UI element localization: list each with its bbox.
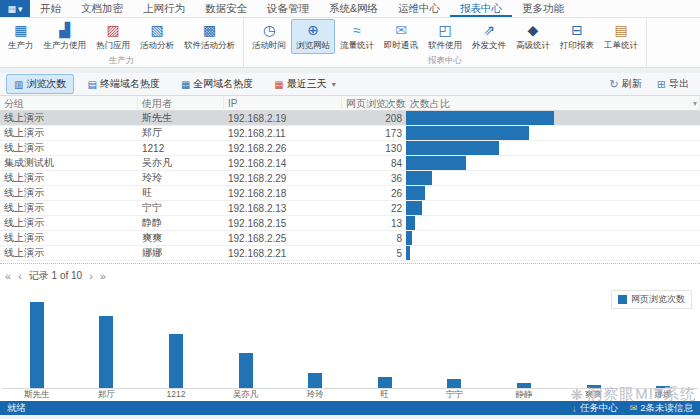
next-page-button[interactable]: › (89, 270, 93, 282)
tab-4[interactable]: 设备管理 (257, 0, 319, 17)
ribbon-button-1-6[interactable]: ◆高级统计 (511, 19, 555, 54)
tab-2[interactable]: 上网行为 (133, 0, 195, 17)
ribbon-button-label: 外发文件 (472, 40, 506, 52)
cell-count: 84 (342, 158, 406, 169)
ribbon-button-1-7[interactable]: ⊟打印报表 (555, 19, 599, 54)
cell-ip: 192.168.2.15 (224, 218, 342, 229)
column-header-4[interactable]: 次数占比 (406, 96, 700, 111)
app-menu-button[interactable]: ▦▾ (0, 0, 30, 17)
cell-user: 吴亦凡 (138, 156, 224, 170)
ticket-stats-icon: ▤ (614, 22, 627, 38)
tab-8[interactable]: 更多功能 (512, 0, 574, 17)
ratio-bar (406, 111, 554, 125)
table-row[interactable]: 线上演示爽爽192.168.2.258 (0, 231, 700, 246)
table-row[interactable]: 线上演示旺192.168.2.1826 (0, 186, 700, 201)
cell-group: 集成测试机 (0, 156, 138, 170)
cell-group: 线上演示 (0, 201, 138, 215)
ribbon-button-1-0[interactable]: ◷活动时间 (247, 19, 291, 54)
status-ready-label: 就绪 (7, 402, 26, 415)
x-label: 斯先生 (2, 389, 72, 401)
ribbon-button-0-4[interactable]: ▩软件活动分析 (179, 19, 240, 54)
refresh-icon: ↻ (610, 78, 619, 91)
view-button-label: 全网域名热度 (193, 77, 253, 91)
ribbon-button-1-2[interactable]: ≈流量统计 (335, 19, 379, 54)
ribbon-button-label: 活动分析 (140, 40, 174, 52)
task-center-button[interactable]: ↓ 任务中心 (572, 402, 618, 415)
ribbon-button-1-5[interactable]: ⇗外发文件 (467, 19, 511, 54)
ribbon-button-1-8[interactable]: ▤工单统计 (599, 19, 643, 54)
first-page-button[interactable]: « (5, 270, 11, 282)
productivity-grid-icon: ▦ (14, 22, 27, 38)
cell-group: 线上演示 (0, 186, 138, 200)
cell-user: 娜娜 (138, 246, 224, 260)
chart-bar-slot (280, 301, 350, 388)
ratio-bar (406, 186, 425, 200)
chart-bar (517, 383, 531, 388)
prev-page-button[interactable]: ‹ (18, 270, 22, 282)
visit-count-icon: ▥ (14, 79, 23, 90)
ribbon-button-0-1[interactable]: ▟生产力使用 (39, 19, 92, 54)
column-filter-icon[interactable]: ▾ (693, 96, 697, 111)
ribbon-button-label: 生产力 (8, 40, 34, 52)
ribbon-button-label: 软件使用 (428, 40, 462, 52)
tab-7[interactable]: 报表中心 (450, 0, 512, 17)
view-button-2[interactable]: ▦全网域名热度 (173, 74, 261, 94)
column-header-0[interactable]: 分组 (0, 96, 138, 111)
ratio-bar (406, 246, 410, 260)
ribbon-button-0-3[interactable]: ▧活动分析 (135, 19, 179, 54)
column-header-1[interactable]: 使用者 (138, 96, 224, 111)
ribbon-button-label: 工单统计 (604, 40, 638, 52)
tab-3[interactable]: 数据安全 (195, 0, 257, 17)
column-header-3[interactable]: 网页浏览次数 (342, 96, 406, 111)
view-button-label: 终端域名热度 (100, 77, 160, 91)
chart-plot-area (2, 301, 698, 389)
cell-group: 线上演示 (0, 141, 138, 155)
chart-bar (447, 379, 461, 388)
x-label: 爽爽 (559, 389, 629, 401)
cell-ratio (406, 246, 700, 260)
refresh-button[interactable]: ↻ 刷新 (605, 75, 647, 93)
table-row[interactable]: 线上演示静静192.168.2.1513 (0, 216, 700, 231)
x-label: 娜娜 (628, 389, 698, 401)
table-row[interactable]: 线上演示玲玲192.168.2.2936 (0, 171, 700, 186)
ribbon-group-label: 报表中心 (247, 54, 643, 67)
cell-ratio (406, 126, 700, 140)
ribbon-button-0-0[interactable]: ▦生产力 (3, 19, 39, 54)
tab-6[interactable]: 运维中心 (388, 0, 450, 17)
date-range-dropdown[interactable]: ▦ 最近三天 ▾ (266, 74, 343, 94)
table-row[interactable]: 集成测试机吴亦凡192.168.2.1484 (0, 156, 700, 171)
tab-0[interactable]: 开始 (30, 0, 71, 17)
table-row[interactable]: 线上演示宁宁192.168.2.1322 (0, 201, 700, 216)
cell-ratio (406, 201, 700, 215)
tab-5[interactable]: 系统&网络 (319, 0, 388, 17)
cell-ip: 192.168.2.25 (224, 233, 342, 244)
ribbon-button-1-4[interactable]: ◰软件使用 (423, 19, 467, 54)
ribbon-group-0: ▦生产力▟生产力使用▨热门应用▧活动分析▩软件活动分析生产力 (0, 18, 244, 67)
table-row[interactable]: 线上演示郑厅192.168.2.11173 (0, 126, 700, 141)
ribbon-button-label: 打印报表 (560, 40, 594, 52)
table-row[interactable]: 线上演示斯先生192.168.2.19208 (0, 111, 700, 126)
table-row[interactable]: 线上演示1212192.168.2.26130 (0, 141, 700, 156)
cell-group: 线上演示 (0, 126, 138, 140)
column-header-2[interactable]: IP (224, 96, 342, 111)
software-activity-icon: ▩ (203, 22, 216, 38)
cell-ratio (406, 141, 700, 155)
ribbon-button-0-2[interactable]: ▨热门应用 (91, 19, 135, 54)
tab-1[interactable]: 文档加密 (71, 0, 133, 17)
print-report-icon: ⊟ (571, 22, 583, 38)
ribbon-button-label: 即时通讯 (384, 40, 418, 52)
cell-user: 玲玲 (138, 171, 224, 185)
ribbon: ▦生产力▟生产力使用▨热门应用▧活动分析▩软件活动分析生产力◷活动时间⊕浏览网站… (0, 18, 700, 68)
ribbon-button-1-3[interactable]: ✉即时通讯 (379, 19, 423, 54)
mail-icon: ✉ (630, 403, 638, 413)
advanced-stats-icon: ◆ (528, 22, 539, 38)
cell-ratio (406, 171, 700, 185)
table-row[interactable]: 线上演示娜娜192.168.2.215 (0, 246, 700, 261)
last-page-button[interactable]: » (100, 270, 106, 282)
export-button[interactable]: ⊞ 导出 (652, 75, 694, 93)
view-button-1[interactable]: ▤终端域名热度 (79, 74, 167, 94)
x-label: 旺 (350, 389, 420, 401)
ribbon-button-1-1[interactable]: ⊕浏览网站 (291, 19, 335, 54)
view-button-0[interactable]: ▥浏览次数 (6, 74, 74, 94)
unread-messages-button[interactable]: ✉ 2条未读信息 (630, 402, 693, 415)
